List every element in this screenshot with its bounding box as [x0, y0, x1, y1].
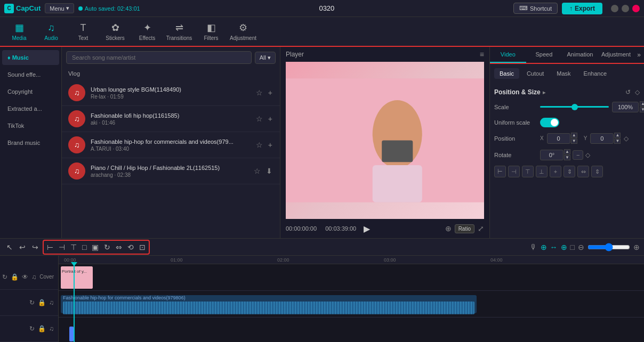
x-position-input[interactable] [547, 133, 570, 144]
scale-up-button[interactable]: ▲ [640, 101, 644, 107]
mirror-tool[interactable]: ⇔ [114, 242, 124, 253]
list-item[interactable]: ♫ Fashionable hip-hop for commercials an… [62, 132, 280, 158]
rotate-down-button[interactable]: ▼ [564, 155, 570, 160]
favorite-button[interactable]: ☆ [255, 140, 264, 150]
trim-left-tool[interactable]: ⊣ [57, 242, 67, 253]
tool-text[interactable]: T Text [68, 19, 98, 44]
subtab-enhance[interactable]: Enhance [578, 68, 612, 79]
audio-vol2-icon[interactable]: ♫ [49, 325, 54, 332]
fullscreen-button[interactable]: ⤢ [478, 224, 484, 233]
favorite-button[interactable]: ☆ [255, 113, 264, 124]
download-music-button[interactable]: ⬇ [265, 166, 273, 176]
tab-speed[interactable]: Speed [526, 47, 562, 63]
play-button[interactable]: ▶ [360, 222, 373, 235]
audio-clip[interactable]: Fashionable hip-hop for commercials and … [61, 295, 477, 313]
add-music-button[interactable]: + [267, 140, 273, 150]
flip-button[interactable]: − [573, 150, 583, 160]
add-music-button[interactable]: + [267, 113, 273, 124]
more-tool[interactable]: ⊡ [137, 242, 148, 253]
align-center-h-button[interactable]: ⊣ [508, 166, 520, 177]
volume-button[interactable]: ⊕ [445, 224, 452, 233]
tool-media[interactable]: ▦ Media [4, 19, 34, 44]
ratio-button[interactable]: Ratio [455, 224, 474, 233]
lock-audio2-icon[interactable]: 🔒 [38, 325, 46, 332]
trim-right-tool[interactable]: ⊤ [68, 242, 79, 253]
sidebar-item-music[interactable]: ♦ Music [2, 50, 59, 65]
visibility-track-icon[interactable]: 👁 [22, 273, 28, 281]
all-filter-button[interactable]: All ▾ [255, 52, 276, 64]
tab-video[interactable]: Video [490, 47, 526, 63]
search-input[interactable] [66, 51, 252, 64]
rotate-tool[interactable]: ↻ [102, 242, 112, 253]
rotate-keyframe-button[interactable]: ◇ [585, 151, 590, 159]
reset-button[interactable]: ↺ [625, 88, 631, 96]
cursor-tool[interactable]: ↖ [4, 242, 15, 253]
sidebar-item-tiktok[interactable]: TikTok [2, 118, 59, 133]
favorite-button[interactable]: ☆ [255, 87, 264, 98]
tab-adjustment[interactable]: Adjustment [598, 47, 634, 63]
tabs-more-button[interactable]: » [634, 47, 644, 63]
sidebar-item-extracted[interactable]: Extracted a... [2, 101, 59, 116]
list-item[interactable]: ♫ Piano / Chill / Hip Hop / Fashionable … [62, 158, 280, 184]
scale-slider[interactable] [540, 106, 609, 108]
scale-value-input[interactable] [612, 102, 639, 112]
add-music-button[interactable]: + [267, 87, 273, 98]
rotate-track-icon[interactable]: ↻ [2, 273, 7, 281]
zoom-slider[interactable] [587, 243, 630, 251]
tool-adjustment[interactable]: ⚙ Adjustment [228, 19, 258, 44]
x-down-button[interactable]: ▼ [571, 139, 577, 144]
snap-button[interactable]: ⊕ [561, 243, 567, 251]
position-keyframe-button[interactable]: ◇ [624, 135, 629, 142]
subtab-cutout[interactable]: Cutout [521, 68, 549, 79]
crop-tool[interactable]: □ [80, 242, 88, 253]
distribute-v-button[interactable]: ⇕ [591, 166, 603, 177]
close-button[interactable] [632, 5, 640, 12]
sidebar-item-copyright[interactable]: Copyright [2, 84, 59, 99]
player-menu-button[interactable]: ≡ [480, 50, 484, 59]
track-add-button[interactable]: ⊕ [541, 243, 547, 251]
sidebar-item-sound-effects[interactable]: Sound effe... [2, 67, 59, 82]
maximize-button[interactable] [622, 5, 629, 12]
list-item[interactable]: ♫ Fashionable lofi hip hop(1161585) aki … [62, 106, 280, 132]
subtab-basic[interactable]: Basic [494, 68, 519, 79]
scale-down-button[interactable]: ▼ [640, 107, 644, 112]
tool-transitions[interactable]: ⇌ Transitions [164, 19, 194, 44]
menu-button[interactable]: Menu ▾ [45, 3, 74, 13]
lock-track-icon[interactable]: 🔒 [11, 273, 19, 281]
mini-audio-clip[interactable] [69, 327, 74, 341]
track-toggle-button[interactable]: ↔ [550, 243, 558, 251]
y-down-button[interactable]: ▼ [614, 139, 621, 144]
list-item[interactable]: ♫ Urban lounge style BGM(1148490) Re·lax… [62, 80, 280, 106]
tool-audio[interactable]: ♫ Audio [36, 19, 66, 44]
tool-stickers[interactable]: ✿ Stickers [100, 19, 130, 44]
audio-vol1-icon[interactable]: ♫ [49, 299, 54, 306]
align-top-button[interactable]: ⊥ [536, 166, 548, 177]
rotate-up-button[interactable]: ▲ [564, 149, 570, 154]
lock-audio2-icon[interactable]: ↻ [29, 325, 35, 332]
undo-button[interactable]: ↩ [17, 242, 28, 253]
align-right-button[interactable]: ⊤ [522, 166, 534, 177]
record-button[interactable]: 🎙 [530, 243, 537, 251]
keyframe-button[interactable]: ◇ [635, 88, 640, 96]
playhead[interactable] [74, 264, 75, 342]
uniform-scale-toggle[interactable] [540, 118, 559, 127]
tab-animation[interactable]: Animation [562, 47, 598, 63]
tool-effects[interactable]: ✦ Effects [132, 19, 162, 44]
export-button[interactable]: ↑ Export [562, 3, 602, 14]
y-position-input[interactable] [590, 133, 614, 144]
zoom-plus-button[interactable]: ⊕ [633, 243, 640, 251]
align-center-v-button[interactable]: + [550, 166, 561, 177]
flip-tool[interactable]: ⟲ [125, 242, 136, 253]
sidebar-item-brand-music[interactable]: Brand music [2, 135, 59, 150]
tool-filters[interactable]: ◧ Filters [196, 19, 226, 44]
rotate-input[interactable] [540, 150, 564, 160]
lock-audio1-icon[interactable]: 🔒 [38, 299, 46, 306]
x-up-button[interactable]: ▲ [571, 133, 577, 138]
align-left-button[interactable]: ⊢ [494, 166, 506, 177]
y-up-button[interactable]: ▲ [614, 133, 621, 138]
zoom-fit-button[interactable]: ⊖ [578, 243, 584, 251]
video-clip[interactable]: Portrait of y... [61, 266, 93, 289]
split-tool[interactable]: ⊢ [45, 242, 55, 253]
resize-tool[interactable]: ▣ [90, 242, 101, 253]
minimize-button[interactable] [611, 5, 618, 12]
